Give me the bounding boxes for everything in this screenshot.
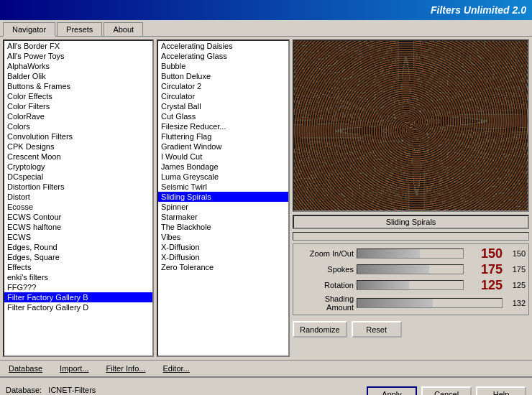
slider-label-1: Spokes <box>296 265 354 274</box>
slider-label-0: Zoom In/Out <box>296 249 354 258</box>
list-item[interactable]: CPK Designs <box>4 141 152 152</box>
categories-scroll[interactable]: All's Border FXAll's Power ToysAlphaWork… <box>4 41 152 356</box>
list-item[interactable]: Circulator <box>158 91 288 101</box>
tabs-bar: Navigator Presets About <box>0 20 532 37</box>
list-item[interactable]: Colors <box>4 121 152 131</box>
list-item[interactable]: Spinner <box>158 202 288 212</box>
list-item[interactable]: Cut Glass <box>158 111 288 121</box>
list-item[interactable]: DCspecial <box>4 172 152 182</box>
slider-track-2[interactable] <box>357 280 464 290</box>
reset-button[interactable]: Reset <box>352 321 402 338</box>
database-value: ICNET-Filters <box>48 386 96 394</box>
list-item[interactable]: ECWS halftone <box>4 222 152 232</box>
tab-about[interactable]: About <box>104 22 143 36</box>
list-item[interactable]: All's Power Toys <box>4 51 152 61</box>
cancel-button[interactable]: Cancel <box>421 386 472 396</box>
status-bar: Database: ICNET-Filters Filters: 1596 Ap… <box>0 376 532 395</box>
help-button[interactable]: Help <box>476 386 526 396</box>
slider-row-0: Zoom In/Out 150 150 <box>296 247 526 260</box>
shading-value: 132 <box>505 299 526 307</box>
list-item[interactable]: Filter Factory Gallery D <box>4 302 152 312</box>
list-item[interactable]: Sliding Spirals <box>158 192 288 202</box>
list-item[interactable]: FFG??? <box>4 282 152 292</box>
list-item[interactable]: X-Diffusion <box>158 242 288 252</box>
tab-navigator[interactable]: Navigator <box>3 22 55 37</box>
list-item[interactable]: Luma Greyscale <box>158 172 288 182</box>
list-item[interactable]: Crystal Ball <box>158 101 288 111</box>
slider-value-1: 175 <box>505 265 526 274</box>
status-info: Database: ICNET-Filters Filters: 1596 <box>6 386 96 395</box>
apply-button[interactable]: Apply <box>367 386 417 396</box>
list-item[interactable]: Cryptology <box>4 162 152 172</box>
import-button[interactable]: Import... <box>57 363 91 374</box>
list-item[interactable]: Zero Tolerance <box>158 262 288 272</box>
list-item[interactable]: Filter Factory Gallery B <box>4 292 152 302</box>
list-item[interactable]: Effects <box>4 262 152 272</box>
slider-big-value-1: 175 <box>467 263 503 276</box>
right-panel: Sliding Spirals Zoom In/Out 150 150 Spok… <box>293 40 529 357</box>
list-item[interactable]: Buttons & Frames <box>4 81 152 91</box>
list-item[interactable]: Circulator 2 <box>158 81 288 91</box>
bottom-toolbar: Database Import... Filter Info... Editor… <box>0 360 532 376</box>
list-item[interactable]: Accelerating Glass <box>158 51 288 61</box>
categories-list[interactable]: All's Border FXAll's Power ToysAlphaWork… <box>3 40 154 357</box>
list-item[interactable]: Edges, Round <box>4 242 152 252</box>
filters-list[interactable]: Accelerating DaisiesAccelerating GlassBu… <box>157 40 290 357</box>
tab-presets[interactable]: Presets <box>57 22 102 36</box>
shading-track[interactable] <box>357 298 503 308</box>
list-item[interactable]: Color Effects <box>4 91 152 101</box>
list-item[interactable]: Accelerating Daisies <box>158 41 288 51</box>
list-item[interactable]: Distort <box>4 192 152 202</box>
list-item[interactable]: enki's filters <box>4 272 152 282</box>
list-item[interactable]: AlphaWorks <box>4 61 152 71</box>
list-item[interactable]: Fluttering Flag <box>158 131 288 141</box>
preview-canvas <box>294 41 528 210</box>
slider-big-value-2: 125 <box>467 279 503 292</box>
filter-name-label: Sliding Spirals <box>386 218 436 226</box>
slider-track-1[interactable] <box>357 264 464 274</box>
main-content: All's Border FXAll's Power ToysAlphaWork… <box>0 37 532 360</box>
list-item[interactable]: X-Diffusion <box>158 252 288 262</box>
database-button[interactable]: Database <box>6 363 45 374</box>
database-info: Database: ICNET-Filters <box>6 386 96 394</box>
list-item[interactable]: Filesize Reducer... <box>158 121 288 131</box>
slider-track-0[interactable] <box>357 248 464 259</box>
filter-info-button[interactable]: Filter Info... <box>103 363 148 374</box>
slider-value-2: 125 <box>505 281 526 289</box>
list-item[interactable]: ECWS Contour <box>4 212 152 222</box>
list-item[interactable]: ColorRave <box>4 111 152 121</box>
shading-row: Shading Amount 132 <box>296 294 526 312</box>
sliders-area: Zoom In/Out 150 150 Spokes 175 175 Rotat… <box>293 243 529 315</box>
list-item[interactable]: Seismic Twirl <box>158 182 288 192</box>
list-item[interactable]: James Bondage <box>158 162 288 172</box>
filters-panel: Accelerating DaisiesAccelerating GlassBu… <box>157 40 290 357</box>
list-item[interactable]: Vibes <box>158 232 288 242</box>
editor-button[interactable]: Editor... <box>160 363 192 374</box>
list-item[interactable]: Ecosse <box>4 202 152 212</box>
slider-value-0: 150 <box>505 249 526 258</box>
slider-big-value-0: 150 <box>467 247 503 260</box>
list-item[interactable]: I Would Cut <box>158 152 288 162</box>
preview-area <box>293 40 529 212</box>
list-item[interactable]: Edges, Square <box>4 252 152 262</box>
list-item[interactable]: Distortion Filters <box>4 182 152 192</box>
slider-label-2: Rotation <box>296 281 354 289</box>
blank-bar <box>293 232 529 241</box>
database-label: Database: <box>6 386 42 394</box>
list-item[interactable]: Bubble <box>158 61 288 71</box>
list-item[interactable]: The Blackhole <box>158 222 288 232</box>
randomize-button[interactable]: Randomize <box>293 321 347 338</box>
randomize-reset-row: Randomize Reset <box>293 321 529 338</box>
list-item[interactable]: ECWS <box>4 232 152 242</box>
list-item[interactable]: Color Filters <box>4 101 152 111</box>
list-item[interactable]: All's Border FX <box>4 41 152 51</box>
list-item[interactable]: Crescent Moon <box>4 152 152 162</box>
list-item[interactable]: Button Deluxe <box>158 71 288 81</box>
list-item[interactable]: Starmaker <box>158 212 288 222</box>
list-item[interactable]: Gradient Window <box>158 141 288 152</box>
list-item[interactable]: Balder Olik <box>4 71 152 81</box>
toolbar-left: Database Import... Filter Info... Editor… <box>6 363 193 374</box>
list-item[interactable]: Convolution Filters <box>4 131 152 141</box>
slider-row-2: Rotation 125 125 <box>296 279 526 292</box>
categories-panel: All's Border FXAll's Power ToysAlphaWork… <box>3 40 154 357</box>
